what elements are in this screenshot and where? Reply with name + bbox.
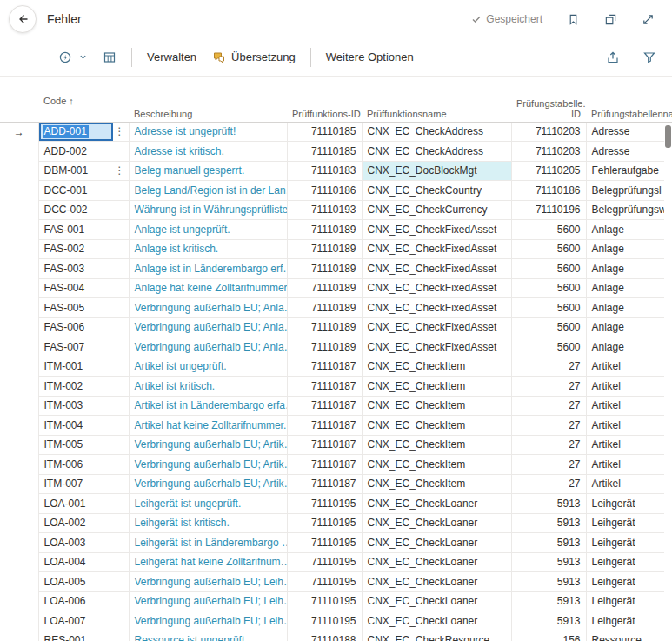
code-cell[interactable]: LOA-006 bbox=[38, 591, 129, 611]
code-cell[interactable]: LOA-003 bbox=[38, 533, 129, 553]
table-id-cell[interactable]: 5600 bbox=[511, 239, 586, 259]
function-name-cell[interactable]: CNX_EC_CheckLoaner bbox=[362, 494, 511, 514]
function-name-cell[interactable]: CNX_EC_CheckFixedAsset bbox=[362, 337, 511, 357]
table-name-cell[interactable]: Belegprüfungsl bbox=[586, 181, 672, 201]
table-name-cell[interactable]: Anlage bbox=[586, 220, 672, 240]
table-name-cell[interactable]: Leihgerät bbox=[586, 533, 672, 553]
function-name-cell[interactable]: CNX_EC_CheckFixedAsset bbox=[362, 220, 511, 240]
function-id-cell[interactable]: 71110185 bbox=[287, 142, 362, 162]
description-cell[interactable]: Verbringung außerhalb EU; Leih… bbox=[129, 572, 287, 592]
code-cell[interactable]: FAS-007 bbox=[38, 337, 129, 357]
scrollbar-thumb[interactable] bbox=[665, 125, 671, 148]
function-name-cell[interactable]: CNX_EC_CheckItem bbox=[362, 435, 511, 455]
table-id-cell[interactable]: 27 bbox=[511, 455, 586, 475]
function-name-cell[interactable]: CNX_EC_CheckLoaner bbox=[362, 552, 511, 572]
function-name-cell[interactable]: CNX_EC_CheckCountry bbox=[362, 181, 511, 201]
description-cell[interactable]: Verbringung außerhalb EU; Leih… bbox=[129, 611, 287, 631]
row-gutter[interactable] bbox=[0, 200, 38, 220]
code-cell[interactable]: ADD-002 bbox=[38, 142, 129, 162]
function-id-cell[interactable]: 71110195 bbox=[287, 513, 362, 533]
row-gutter[interactable] bbox=[0, 220, 38, 240]
function-name-cell[interactable]: CNX_EC_CheckFixedAsset bbox=[362, 259, 511, 279]
function-id-cell[interactable]: 71110189 bbox=[287, 298, 362, 318]
description-cell[interactable]: Adresse ist kritisch. bbox=[129, 142, 287, 162]
function-id-cell[interactable]: 71110187 bbox=[287, 416, 362, 436]
column-header-table-id[interactable]: Prüfungstabelle... ID bbox=[511, 89, 586, 122]
share-button[interactable] bbox=[604, 49, 622, 66]
code-cell[interactable]: FAS-003 bbox=[38, 259, 129, 279]
table-name-cell[interactable]: Anlage bbox=[586, 337, 672, 357]
function-name-cell[interactable]: CNX_EC_CheckLoaner bbox=[362, 513, 511, 533]
description-cell[interactable]: Beleg Land/Region ist in der Lan… bbox=[129, 181, 287, 201]
table-id-cell[interactable]: 5913 bbox=[511, 533, 586, 553]
row-gutter[interactable] bbox=[0, 533, 38, 553]
column-header-description[interactable]: Beschreibung bbox=[129, 89, 287, 122]
code-cell[interactable]: LOA-007 bbox=[38, 611, 129, 631]
table-name-cell[interactable]: Leihgerät bbox=[586, 494, 672, 514]
description-cell[interactable]: Leihgerät hat keine Zolltarifnum… bbox=[129, 552, 287, 572]
function-id-cell[interactable]: 71110189 bbox=[287, 220, 362, 240]
row-gutter[interactable] bbox=[0, 278, 38, 298]
description-cell[interactable]: Artikel ist kritisch. bbox=[129, 377, 287, 397]
table-name-cell[interactable]: Artikel bbox=[586, 474, 672, 494]
row-gutter[interactable] bbox=[0, 455, 38, 475]
function-name-cell[interactable]: CNX_EC_CheckFixedAsset bbox=[362, 298, 511, 318]
row-gutter[interactable] bbox=[0, 474, 38, 494]
function-id-cell[interactable]: 71110187 bbox=[287, 455, 362, 475]
code-cell[interactable]: RES-001 bbox=[38, 631, 129, 641]
function-id-cell[interactable]: 71110195 bbox=[287, 591, 362, 611]
row-gutter[interactable]: → bbox=[0, 122, 38, 142]
row-gutter[interactable] bbox=[0, 161, 38, 181]
function-id-cell[interactable]: 71110187 bbox=[287, 357, 362, 377]
function-id-cell[interactable]: 71110189 bbox=[287, 259, 362, 279]
function-name-cell[interactable]: CNX_EC_CheckFixedAsset bbox=[362, 278, 511, 298]
table-id-cell[interactable]: 5913 bbox=[511, 611, 586, 631]
table-id-cell[interactable]: 5600 bbox=[511, 259, 586, 279]
description-cell[interactable]: Anlage hat keine Zolltarifnummer. bbox=[129, 278, 287, 298]
function-name-cell[interactable]: CNX_EC_DocBlockMgt bbox=[362, 161, 511, 181]
table-name-cell[interactable]: Artikel bbox=[586, 377, 672, 397]
table-name-cell[interactable]: Fehleraufgabe bbox=[586, 161, 672, 181]
row-gutter[interactable] bbox=[0, 572, 38, 592]
function-name-cell[interactable]: CNX_EC_CheckLoaner bbox=[362, 591, 511, 611]
row-gutter[interactable] bbox=[0, 298, 38, 318]
table-name-cell[interactable]: Artikel bbox=[586, 416, 672, 436]
table-id-cell[interactable]: 71110203 bbox=[511, 142, 586, 162]
table-name-cell[interactable]: Leihgerät bbox=[586, 591, 672, 611]
table-id-cell[interactable]: 5600 bbox=[511, 220, 586, 240]
code-cell[interactable]: LOA-004 bbox=[38, 552, 129, 572]
description-cell[interactable]: Anlage ist ungeprüft. bbox=[129, 220, 287, 240]
description-cell[interactable]: Verbringung außerhalb EU; Leih… bbox=[129, 591, 287, 611]
table-id-cell[interactable]: 27 bbox=[511, 474, 586, 494]
function-name-cell[interactable]: CNX_EC_CheckAddress bbox=[362, 122, 511, 142]
description-cell[interactable]: Verbringung außerhalb EU; Artik… bbox=[129, 455, 287, 475]
table-id-cell[interactable]: 156 bbox=[511, 631, 586, 641]
function-id-cell[interactable]: 71110188 bbox=[287, 631, 362, 641]
description-cell[interactable]: Beleg manuell gesperrt. bbox=[129, 161, 287, 181]
function-name-cell[interactable]: CNX_EC_CheckItem bbox=[362, 474, 511, 494]
code-cell[interactable]: LOA-002 bbox=[38, 513, 129, 533]
function-name-cell[interactable]: CNX_EC_CheckItem bbox=[362, 455, 511, 475]
function-name-cell[interactable]: CNX_EC_CheckLoaner bbox=[362, 611, 511, 631]
table-id-cell[interactable]: 5913 bbox=[511, 591, 586, 611]
row-gutter[interactable] bbox=[0, 142, 38, 162]
table-id-cell[interactable]: 27 bbox=[511, 416, 586, 436]
manage-button[interactable]: Verwalten bbox=[139, 45, 204, 69]
table-id-cell[interactable]: 71110196 bbox=[511, 200, 586, 220]
function-id-cell[interactable]: 71110187 bbox=[287, 435, 362, 455]
table-id-cell[interactable]: 5600 bbox=[511, 298, 586, 318]
description-cell[interactable]: Verbringung außerhalb EU; Anla… bbox=[129, 337, 287, 357]
function-id-cell[interactable]: 71110187 bbox=[287, 377, 362, 397]
table-id-cell[interactable]: 5600 bbox=[511, 278, 586, 298]
description-cell[interactable]: Artikel hat keine Zolltarifnummer. bbox=[129, 416, 287, 436]
description-cell[interactable]: Verbringung außerhalb EU; Artik… bbox=[129, 474, 287, 494]
row-gutter[interactable] bbox=[0, 377, 38, 397]
table-id-cell[interactable]: 27 bbox=[511, 377, 586, 397]
description-cell[interactable]: Währung ist in Währungsprüfliste. bbox=[129, 200, 287, 220]
column-header-function-name[interactable]: Prüffunktionsname bbox=[362, 89, 511, 122]
function-name-cell[interactable]: CNX_EC_CheckLoaner bbox=[362, 533, 511, 553]
table-id-cell[interactable]: 71110205 bbox=[511, 161, 586, 181]
description-cell[interactable]: Verbringung außerhalb EU; Anla… bbox=[129, 298, 287, 318]
function-id-cell[interactable]: 71110186 bbox=[287, 181, 362, 201]
table-name-cell[interactable]: Anlage bbox=[586, 298, 672, 318]
